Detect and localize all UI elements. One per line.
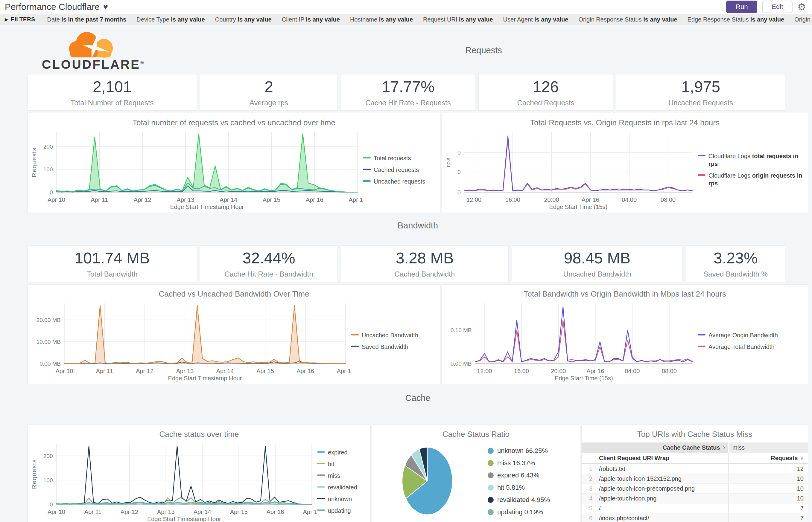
filter-chip[interactable]: Device Type is any value — [136, 16, 205, 23]
run-button[interactable]: Run — [726, 1, 757, 13]
kpi-tile[interactable]: 126Cached Requests — [478, 74, 613, 111]
kpi-tile[interactable]: 32.44%Cache Hit Rate - Bandwidth — [200, 245, 338, 282]
pie-legend-item[interactable]: unknown 66.25% — [488, 447, 577, 455]
filter-chip[interactable]: User Agent is any value — [503, 16, 568, 23]
legend-swatch — [488, 485, 494, 490]
kpi-tile[interactable]: 2Average rps — [200, 74, 338, 111]
cache-status-ratio-pie[interactable] — [374, 440, 488, 522]
legend-label: Total requests — [374, 154, 411, 162]
uri-cell[interactable]: /robots.txt — [595, 464, 728, 474]
legend-item[interactable]: Uncached requests — [363, 178, 437, 185]
legend-swatch — [317, 498, 325, 499]
legend-item[interactable]: miss — [317, 472, 367, 480]
uri-cell[interactable]: / — [595, 503, 728, 513]
legend-item[interactable]: Average Origin Bandwidth — [698, 331, 804, 339]
svg-text:16:00: 16:00 — [514, 368, 529, 374]
filter-chip[interactable]: Hostname is any value — [350, 16, 413, 23]
legend-swatch — [317, 463, 325, 464]
uri-cell[interactable]: /apple-touch-icon.png — [595, 494, 728, 503]
svg-text:Requests: Requests — [31, 459, 37, 489]
filter-chip[interactable]: Country is any value — [215, 16, 272, 23]
legend-item[interactable]: Cloudflare Logs total requests in rps — [698, 152, 804, 168]
requests-cell[interactable]: 12 — [728, 464, 808, 474]
svg-text:Requests: Requests — [31, 147, 37, 177]
bandwidth-over-time-plot[interactable]: 0.00 MB10.00 MB20.00 MBApr 10Apr 11Apr 1… — [30, 299, 351, 383]
pie-legend-item[interactable]: hit 5.81% — [488, 484, 577, 491]
uri-cell[interactable]: /apple-touch-icon-152x152.png — [595, 474, 728, 483]
uri-column-header[interactable]: Client Request URI Wrap — [595, 455, 728, 462]
legend-item[interactable]: Cached requests — [363, 166, 437, 174]
svg-text:Apr 13: Apr 13 — [157, 508, 175, 515]
svg-text:Edge Start Timestamp Hour: Edge Start Timestamp Hour — [147, 516, 221, 522]
requests-over-time-plot[interactable]: 0100200Apr 10Apr 11Apr 12Apr 13Apr 14Apr… — [30, 128, 363, 212]
svg-text:Apr 11: Apr 11 — [91, 196, 108, 203]
rps-last-24h-plot[interactable]: 00012:0016:0020:00Apr 1604:0008:00Edge S… — [444, 128, 698, 212]
legend-item[interactable]: Average Total Bandwidth — [698, 343, 804, 351]
legend-label: expired 6.43% — [497, 471, 539, 479]
legend-item[interactable]: hit — [317, 460, 367, 468]
kpi-tile[interactable]: 98.45 MBUncached Bandwidth — [511, 245, 683, 282]
legend-label: revalidated — [328, 483, 357, 491]
legend-item[interactable]: Total requests — [363, 154, 437, 162]
svg-text:200: 200 — [43, 453, 53, 459]
bandwidth-charts-row: Cached vs Uncached Bandwidth Over Time 0… — [27, 284, 808, 384]
table-row: 4/apple-touch-icon.png10 — [582, 494, 808, 503]
filter-chip[interactable]: Origin IP is any value — [794, 16, 812, 23]
legend-item[interactable]: expired — [317, 448, 367, 456]
svg-text:Apr 10: Apr 10 — [47, 196, 65, 203]
filter-chip[interactable]: Origin Response Status is any value — [578, 16, 677, 23]
filters-label: FILTERS — [11, 16, 35, 23]
kpi-value: 98.45 MB — [564, 249, 631, 267]
gear-icon[interactable]: ⚙ — [797, 2, 806, 12]
legend-label: Cached requests — [374, 166, 419, 174]
kpi-tile[interactable]: 2,101Total Number of Requests — [27, 74, 197, 111]
kpi-tile[interactable]: 3.28 MBCached Bandwidth — [341, 245, 509, 282]
requests-column-header[interactable]: Requests ∨ — [728, 453, 808, 463]
requests-cell[interactable]: 10 — [728, 484, 808, 493]
pie-legend-item[interactable]: expired 6.43% — [488, 471, 577, 479]
svg-text:0: 0 — [458, 169, 461, 175]
kpi-value: 2,101 — [93, 78, 132, 96]
uri-cell[interactable]: /apple-touch-icon-precomposed.png — [595, 484, 728, 493]
requests-cell[interactable]: 7 — [728, 513, 808, 522]
page-title: Performance Cloudflare ♥ — [5, 2, 108, 12]
pie-legend-item[interactable]: miss 16.37% — [488, 459, 577, 467]
requests-cell[interactable]: 10 — [728, 474, 808, 483]
kpi-tile[interactable]: 101.74 MBTotal Bandwidth — [27, 245, 197, 282]
legend-label: Average Total Bandwidth — [709, 343, 775, 351]
requests-cell[interactable]: 7 — [728, 503, 808, 513]
filter-chip[interactable]: Edge Response Status is any value — [688, 16, 785, 23]
legend-item[interactable]: Uncached Bandwidth — [351, 331, 437, 339]
kpi-tile[interactable]: 17.77%Cache Hit Rate - Requests — [341, 74, 476, 111]
table-row: 5/7 — [582, 503, 808, 513]
legend-label: updating — [328, 507, 351, 515]
legend-label: Cloudflare Logs total requests in rps — [709, 152, 804, 168]
filter-chip[interactable]: Client IP is any value — [282, 16, 340, 23]
legend-label: miss — [328, 472, 340, 480]
filter-chip[interactable]: Request URI is any value — [423, 16, 493, 23]
kpi-tile[interactable]: 1,975Uncached Requests — [616, 74, 785, 111]
legend-item[interactable]: updating — [317, 507, 367, 515]
bandwidth-last-24h-plot[interactable]: 0.00 MB0.10 MB12:0016:0020:00Apr 1604:00… — [444, 299, 698, 383]
cache-status-over-time-plot[interactable]: 0100200Apr 10Apr 11Apr 12Apr 13Apr 14Apr… — [30, 440, 317, 522]
legend-item[interactable]: Saved Bandwidth — [351, 343, 437, 351]
requests-cell[interactable]: 10 — [728, 494, 808, 503]
filter-chip[interactable]: Date is in the past 7 months — [47, 16, 127, 23]
legend-item[interactable]: unknown — [317, 495, 367, 503]
sort-desc-icon: ∨ — [800, 455, 804, 461]
edit-button[interactable]: Edit — [762, 1, 793, 13]
legend-item[interactable]: revalidated — [317, 483, 367, 491]
filters-toggle[interactable]: ▶ FILTERS — [5, 16, 35, 23]
uri-cell[interactable]: /index.php/contact/ — [595, 513, 728, 522]
svg-text:Edge Start Time (15s): Edge Start Time (15s) — [555, 375, 613, 381]
pie-legend-item[interactable]: revalidated 4.95% — [488, 496, 577, 504]
kpi-value: 32.44% — [242, 249, 295, 267]
kpi-tile[interactable]: 3.23%Saved Bandwidth % — [686, 245, 785, 282]
heart-icon: ♥ — [103, 2, 108, 12]
kpi-value: 2 — [265, 78, 273, 96]
filter-bar: ▶ FILTERS Date is in the past 7 monthsDe… — [0, 14, 812, 25]
caret-right-icon: ▶ — [5, 17, 8, 22]
pie-legend-item[interactable]: updating 0.19% — [488, 508, 577, 516]
svg-text:Apr 16: Apr 16 — [267, 508, 284, 515]
legend-item[interactable]: Cloudflare Logs origin requests in rps — [698, 172, 804, 187]
